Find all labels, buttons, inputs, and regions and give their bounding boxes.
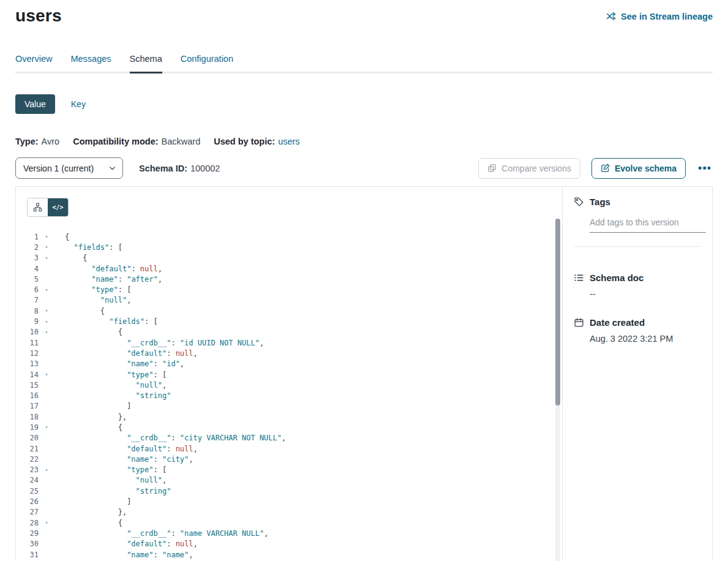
code-token: "after" [127,275,158,284]
date-created-header: Date created [574,317,701,328]
code-token: "default" [91,265,131,273]
code-token: , [193,445,198,453]
code-icon: </> [52,204,63,211]
code-line: 15"null", [16,380,562,390]
schema-doc-value: -- [590,289,701,299]
code-line: 24"null", [16,475,562,486]
code-token: : [167,349,175,358]
code-view-button[interactable]: </> [48,198,68,216]
line-number: 27 [16,508,39,516]
code-token: "string" [136,487,171,495]
code-text: "default": null, [54,349,198,358]
compare-versions-button[interactable]: Compare versions [478,158,580,179]
line-number: 8 [16,307,39,315]
fold-toggle-icon[interactable]: ▾ [39,424,54,430]
evolve-schema-label: Evolve schema [615,164,677,173]
code-token: { [83,254,87,262]
code-text: "type": [ [54,285,131,294]
schema-id-label: Schema ID: [139,164,187,173]
code-token: ] [127,402,131,410]
scrollbar-thumb[interactable] [555,219,560,405]
code-token: "name" [127,360,153,368]
editor-scrollbar[interactable] [555,219,560,561]
evolve-schema-button[interactable]: Evolve schema [591,158,686,179]
code-text: "name": "after", [54,275,162,284]
code-token: null [176,349,193,358]
schema-doc-title: Schema doc [590,273,644,283]
code-token: "name" [127,551,153,559]
key-toggle-button[interactable]: Key [71,99,86,109]
fold-toggle-icon[interactable]: ▾ [39,287,54,293]
code-line: 4"default": null, [16,263,562,274]
editor-view-toggle: </> [27,198,69,217]
line-number: 10 [16,328,39,336]
fold-toggle-icon[interactable]: ▾ [39,308,54,314]
code-token: ] [127,497,131,506]
code-token: , [193,349,198,358]
code-line: 22"name": "city", [16,454,562,464]
code-token: "name" [127,455,153,464]
code-token: { [118,519,122,527]
header: users See in Stream lineage [15,0,713,26]
fold-toggle-icon[interactable]: ▾ [39,244,54,250]
code-token: { [100,307,105,315]
code-text: { [54,254,87,262]
code-token: null [176,445,193,453]
fold-toggle-icon[interactable]: ▾ [39,520,54,525]
topic-link[interactable]: users [278,137,299,146]
line-number: 26 [16,497,39,506]
fold-toggle-icon[interactable]: ▾ [39,329,54,335]
code-token: "fields" [73,243,109,252]
schema-id: Schema ID:100002 [139,164,220,173]
page-title: users [15,6,62,26]
tab-messages[interactable]: Messages [70,54,111,72]
code-token: "id UUID NOT NULL" [180,339,260,347]
list-icon [574,273,584,283]
line-number: 15 [16,381,39,390]
fold-toggle-icon[interactable]: ▾ [39,319,54,325]
code-token: : [ [154,465,167,474]
code-text: "null", [54,381,167,390]
type-meta: Type:Avro [15,137,59,146]
code-token: : [154,551,162,559]
code-token: : [167,540,175,548]
value-toggle-button[interactable]: Value [15,94,55,114]
see-in-stream-lineage-link[interactable]: See in Stream lineage [606,11,713,21]
code-text: { [54,233,69,241]
code-text: { [54,328,122,336]
line-number: 30 [16,540,39,548]
type-label: Type: [15,137,39,146]
code-token: , [162,381,167,390]
tags-input[interactable] [590,215,706,233]
code-line: 26] [16,496,562,506]
schema-type-toggle: Value Key [15,94,713,114]
code-line: 11"__crdb__": "id UUID NOT NULL", [16,337,562,348]
schema-sidebar: Tags Schema doc -- [562,187,712,561]
code-token: , [193,540,198,548]
version-select-value: Version 1 (current) [23,164,94,173]
code-token: : [171,339,179,347]
code-token: "default" [127,349,167,358]
code-line: 20"__crdb__": "city VARCHAR NOT NULL", [16,433,562,443]
fold-toggle-icon[interactable]: ▾ [39,467,54,473]
line-number: 14 [16,371,39,379]
tab-schema[interactable]: Schema [130,54,162,73]
schema-id-value: 100002 [190,164,220,173]
more-options-button[interactable]: ••• [697,162,713,175]
code-line: 5"name": "after", [16,274,562,284]
line-number: 19 [16,423,39,432]
line-number: 31 [16,551,39,559]
code-token: : [171,529,179,538]
fold-toggle-icon[interactable]: ▾ [39,255,54,261]
code-text: { [54,519,122,527]
code-token: null [140,265,158,273]
tab-configuration[interactable]: Configuration [181,54,233,72]
fold-toggle-icon[interactable]: ▾ [39,234,54,239]
code-text: "__crdb__": "city VARCHAR NOT NULL", [54,434,286,442]
tab-overview[interactable]: Overview [15,54,52,72]
tree-view-button[interactable] [28,198,48,216]
version-select[interactable]: Version 1 (current) [15,157,123,179]
fold-toggle-icon[interactable]: ▾ [39,372,54,377]
sidebar-divider [574,246,701,247]
code-token: : [118,275,127,284]
